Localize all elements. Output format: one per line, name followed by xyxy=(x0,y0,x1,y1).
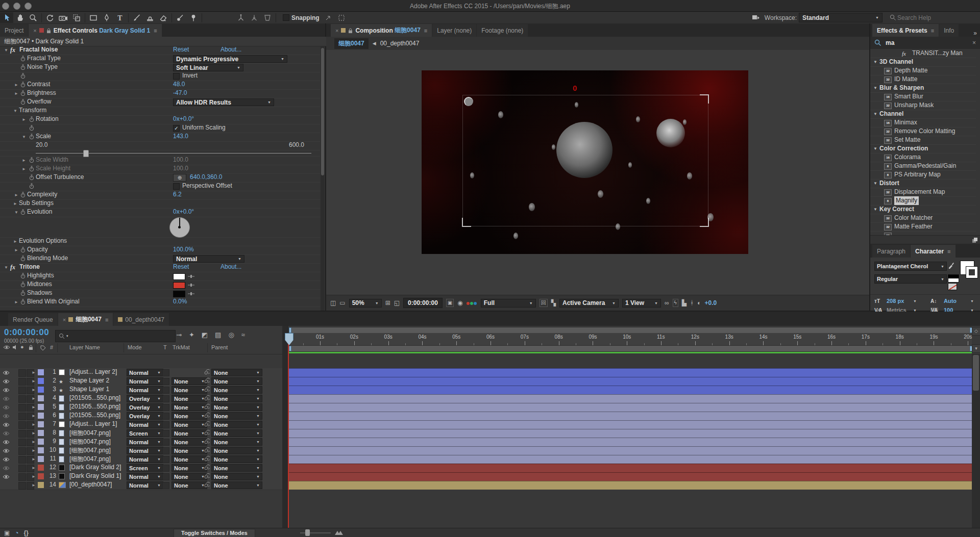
layer-name[interactable]: [细胞0047.png] xyxy=(69,438,125,446)
layer-mode-dropdown[interactable]: Screen▼ xyxy=(127,464,163,472)
panel-menu-icon[interactable]: ≡ xyxy=(931,28,934,34)
preset-effect-row[interactable]: 8Gamma/Pedestal/Gain xyxy=(870,162,976,171)
parent-pickwhip-icon[interactable] xyxy=(204,369,210,377)
type-tool[interactable]: T xyxy=(113,12,127,23)
layer-name[interactable]: [细胞0047.png] xyxy=(69,446,125,455)
layer-duration-bar[interactable] xyxy=(288,481,972,490)
hide-shy-layers-icon[interactable]: ◩ xyxy=(202,331,208,339)
layer-trkmat-dropdown[interactable]: None▼ xyxy=(172,464,207,472)
preserve-transparency-toggle[interactable] xyxy=(162,421,169,428)
solo-toggle[interactable] xyxy=(18,387,26,394)
layer-parent-dropdown[interactable]: None▼ xyxy=(211,386,262,394)
puppet-pin-tool[interactable] xyxy=(187,12,200,23)
param-dropdown[interactable]: Soft Linear▼ xyxy=(173,64,243,71)
layer-trkmat-dropdown[interactable]: None▼ xyxy=(172,386,207,394)
more-panels-chevron-icon[interactable]: » xyxy=(973,30,977,37)
layer-parent-dropdown[interactable]: None▼ xyxy=(211,421,262,428)
axis-local-icon[interactable] xyxy=(234,12,248,23)
param-value[interactable]: 0x+0.0° xyxy=(173,208,194,215)
layer-trkmat-dropdown[interactable]: None▼ xyxy=(172,455,207,463)
param-checkbox[interactable] xyxy=(173,183,180,190)
work-area-start-handle[interactable] xyxy=(289,346,291,351)
expander-open-icon[interactable]: ▼ xyxy=(873,84,877,92)
preserve-transparency-toggle[interactable] xyxy=(162,465,169,472)
layer-name[interactable]: [201505...550.png] xyxy=(69,412,125,419)
stopwatch-icon[interactable] xyxy=(29,166,34,173)
layer-duration-bar[interactable] xyxy=(288,472,972,481)
expander-closed-icon[interactable]: ► xyxy=(32,370,36,375)
layer-trkmat-dropdown[interactable]: None▼ xyxy=(172,395,207,402)
stopwatch-icon[interactable] xyxy=(29,134,34,141)
solo-toggle[interactable] xyxy=(18,378,26,386)
no-fill-icon[interactable] xyxy=(948,283,957,290)
layer-trkmat-dropdown[interactable]: None▼ xyxy=(172,447,207,454)
preset-effect-row[interactable]: 32Unsharp Mask xyxy=(870,101,976,110)
layer-mode-dropdown[interactable]: Normal▼ xyxy=(127,369,163,376)
clear-search-icon[interactable]: × xyxy=(972,39,976,46)
solo-toggle[interactable] xyxy=(18,369,26,377)
preset-effect-row[interactable]: 8PS Arbitrary Map xyxy=(870,170,976,180)
parent-pickwhip-icon[interactable] xyxy=(204,378,210,386)
layer-mode-dropdown[interactable]: Overlay▼ xyxy=(127,395,163,402)
parent-pickwhip-icon[interactable] xyxy=(204,482,210,490)
expander-closed-icon[interactable]: ► xyxy=(32,388,36,392)
layer-row[interactable]: ►8[细胞0047.png]Screen▼None▼None▼ xyxy=(0,429,282,438)
eye-toggle[interactable] xyxy=(3,396,10,403)
eyedropper-icon[interactable] xyxy=(948,262,955,269)
parent-pickwhip-icon[interactable] xyxy=(204,387,210,394)
layer-row[interactable]: ►2★Shape Layer 2Normal▼None▼None▼ xyxy=(0,377,282,386)
preset-effect-row[interactable]: 32Remove Color Matting xyxy=(870,127,976,136)
magnification-menu[interactable]: 50%▼ xyxy=(349,299,382,308)
layer-trkmat-dropdown[interactable]: None▼ xyxy=(172,429,207,437)
expander-open-icon[interactable]: ▼ xyxy=(4,48,8,53)
current-time-display[interactable]: 0:00:00:00 xyxy=(4,327,49,338)
snap-arrow-icon[interactable] xyxy=(322,12,335,23)
workspace-icon[interactable] xyxy=(749,12,763,23)
layer-name[interactable]: [Adjust... Layer 1] xyxy=(69,420,125,427)
stopwatch-icon[interactable] xyxy=(20,64,26,72)
expander-closed-icon[interactable]: ► xyxy=(32,474,36,479)
panel-menu-icon[interactable]: ≡ xyxy=(947,248,950,254)
rectangle-tool[interactable] xyxy=(87,12,100,23)
preserve-transparency-toggle[interactable] xyxy=(162,369,169,376)
zoom-out-timeline-icon[interactable] xyxy=(292,531,297,537)
axis-view-icon[interactable] xyxy=(261,12,274,23)
index-column-header[interactable]: # xyxy=(50,344,53,350)
layer-duration-bar[interactable] xyxy=(288,368,972,377)
expander-open-icon[interactable]: ▼ xyxy=(873,110,877,118)
layer-label-swatch[interactable] xyxy=(38,482,44,488)
layer-row[interactable]: ►13[Dark Gray Solid 1]Normal▼None▼None▼ xyxy=(0,472,282,481)
param-dropdown[interactable]: Allow HDR Results▼ xyxy=(173,98,274,106)
solo-toggle[interactable] xyxy=(18,421,26,429)
eye-toggle[interactable] xyxy=(3,439,10,446)
font-family-dropdown[interactable]: Plantagenet Cherol▼ xyxy=(874,262,947,271)
expander-closed-icon[interactable]: ► xyxy=(32,466,36,470)
layer-name[interactable]: [201505...550.png] xyxy=(69,403,125,410)
layer-trkmat-dropdown[interactable]: None▼ xyxy=(172,403,207,411)
work-area-bar[interactable] xyxy=(288,345,973,352)
stopwatch-icon[interactable] xyxy=(20,273,26,280)
expander-closed-icon[interactable]: ► xyxy=(32,440,36,444)
layer-label-swatch[interactable] xyxy=(38,421,44,427)
eraser-tool[interactable] xyxy=(157,12,170,23)
always-preview-icon[interactable]: ◫ xyxy=(330,299,336,306)
comp-marker-bin-icon[interactable]: ◇ xyxy=(972,327,980,336)
preserve-transparency-toggle[interactable] xyxy=(162,378,169,385)
parent-pickwhip-icon[interactable] xyxy=(204,447,210,455)
stopwatch-icon[interactable] xyxy=(20,192,26,199)
layer-duration-bar[interactable] xyxy=(288,412,972,420)
preset-effect-row[interactable]: 32Depth Matte xyxy=(870,66,976,75)
close-tab-icon[interactable]: × xyxy=(63,317,66,323)
preserve-transparency-toggle[interactable] xyxy=(162,413,169,420)
preset-category-row[interactable]: ▼Channel xyxy=(870,110,976,119)
pen-tool[interactable] xyxy=(100,12,113,23)
layer-trkmat-dropdown[interactable]: None▼ xyxy=(172,377,207,385)
stopwatch-icon[interactable] xyxy=(20,209,26,217)
help-search-input[interactable] xyxy=(896,13,975,22)
layer-duration-bar[interactable] xyxy=(288,464,972,472)
unified-camera-tool[interactable] xyxy=(57,12,70,23)
tab-timeline-other[interactable]: 00_depth0047 xyxy=(113,313,169,326)
preset-category-row[interactable]: ▼3D Channel xyxy=(870,58,976,67)
composition-viewer[interactable]: 0 xyxy=(326,50,869,295)
layer-row[interactable]: ►5[201505...550.png]Overlay▼None▼None▼ xyxy=(0,403,282,412)
